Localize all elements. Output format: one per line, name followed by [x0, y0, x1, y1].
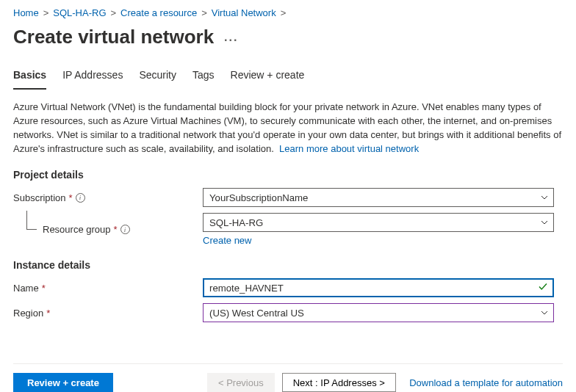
tab-security[interactable]: Security — [139, 65, 176, 90]
footer: Review + create < Previous Next : IP Add… — [13, 363, 563, 392]
resource-group-select[interactable]: SQL-HA-RG — [203, 213, 554, 232]
create-new-link[interactable]: Create new — [203, 235, 251, 246]
description: Azure Virtual Network (VNet) is the fund… — [13, 101, 563, 156]
breadcrumb-create[interactable]: Create a resource — [120, 7, 197, 18]
region-label: Region * — [13, 308, 203, 319]
checkmark-icon — [538, 282, 548, 294]
chevron-right-icon: > — [281, 7, 287, 18]
resource-group-label: Resource group * i — [13, 224, 203, 235]
region-select[interactable]: (US) West Central US — [203, 303, 554, 322]
breadcrumb-rg[interactable]: SQL-HA-RG — [53, 7, 106, 18]
tab-tags[interactable]: Tags — [192, 65, 215, 90]
download-template-link[interactable]: Download a template for automation — [409, 377, 563, 388]
required-icon: * — [42, 283, 46, 294]
breadcrumb-vnet[interactable]: Virtual Network — [212, 7, 276, 18]
tab-bar: Basics IP Addresses Security Tags Review… — [13, 65, 563, 90]
required-icon: * — [46, 308, 50, 319]
review-create-button[interactable]: Review + create — [13, 373, 113, 392]
chevron-right-icon: > — [43, 7, 49, 18]
name-value: remote_HAVNET — [209, 283, 284, 294]
subscription-label: Subscription * i — [13, 192, 203, 203]
required-icon: * — [114, 224, 118, 235]
breadcrumb: Home > SQL-HA-RG > Create a resource > V… — [13, 6, 563, 23]
tab-ip-addresses[interactable]: IP Addresses — [62, 65, 123, 90]
tab-review[interactable]: Review + create — [231, 65, 305, 90]
previous-button: < Previous — [207, 373, 275, 392]
region-value: (US) West Central US — [209, 308, 304, 319]
tab-basics[interactable]: Basics — [13, 65, 46, 90]
chevron-right-icon: > — [201, 7, 207, 18]
resource-group-value: SQL-HA-RG — [209, 217, 263, 228]
name-label: Name * — [13, 283, 203, 294]
next-button[interactable]: Next : IP Addresses > — [282, 373, 396, 392]
info-icon[interactable]: i — [76, 193, 85, 203]
tree-line-icon — [26, 211, 37, 230]
page-title: Create virtual network ··· — [13, 26, 563, 48]
name-input[interactable]: remote_HAVNET — [203, 278, 554, 297]
chevron-down-icon — [540, 308, 549, 317]
breadcrumb-home[interactable]: Home — [13, 7, 39, 18]
section-project-details: Project details — [13, 169, 563, 181]
page-title-text: Create virtual network — [13, 26, 214, 48]
chevron-right-icon: > — [111, 7, 117, 18]
required-icon: * — [69, 192, 73, 203]
more-icon[interactable]: ··· — [224, 34, 238, 47]
subscription-value: YourSubscriptionName — [209, 192, 308, 203]
subscription-select[interactable]: YourSubscriptionName — [203, 188, 554, 207]
info-icon[interactable]: i — [120, 225, 130, 234]
section-instance-details: Instance details — [13, 259, 563, 271]
chevron-down-icon — [540, 193, 549, 202]
chevron-down-icon — [540, 218, 549, 227]
learn-more-link[interactable]: Learn more about virtual network — [279, 143, 419, 154]
